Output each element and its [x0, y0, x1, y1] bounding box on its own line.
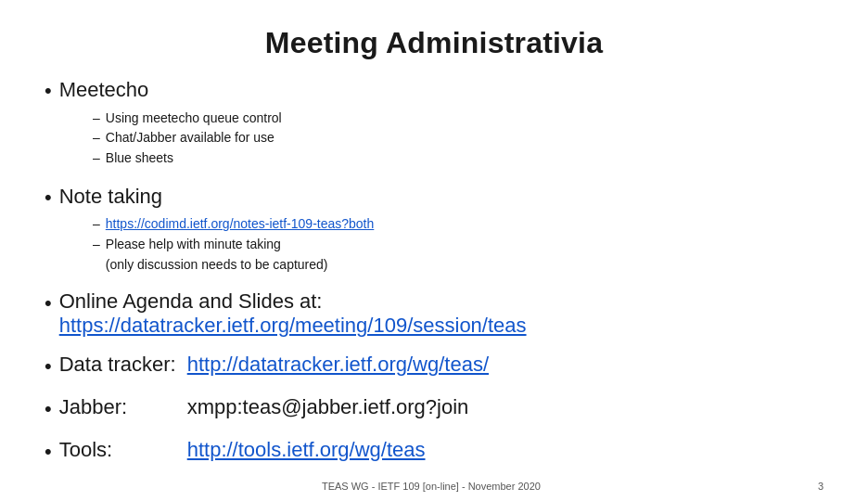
online-agenda-label: Online Agenda and Slides at: https://dat… — [59, 289, 527, 338]
bullet-dot-data-tracker: • — [45, 353, 52, 380]
sub-text-meetecho-3: Blue sheets — [106, 148, 173, 169]
bullet-online-agenda: • Online Agenda and Slides at: https://d… — [45, 289, 823, 341]
codimd-link[interactable]: https://codimd.ietf.org/notes-ietf-109-t… — [106, 214, 375, 235]
bullet-item-meetecho: • Meetecho — [45, 77, 823, 105]
bullet-item-data-tracker: • Data tracker: http://datatracker.ietf.… — [45, 353, 823, 380]
sub-dash-3: – — [93, 148, 100, 169]
jabber-label: Jabber: — [59, 395, 180, 419]
sub-text-meetecho-2: Chat/Jabber available for use — [106, 128, 274, 148]
tools-label: Tools: — [59, 438, 180, 462]
sub-item-meetecho-3: – Blue sheets — [93, 148, 823, 169]
jabber-value: xmpp:teas@jabber.ietf.org?join — [187, 395, 469, 419]
meetecho-sub-items: – Using meetecho queue control – Chat/Ja… — [93, 109, 823, 169]
sub-item-note-2: – Please help with minute taking(only di… — [93, 235, 823, 275]
sub-dash-2: – — [93, 128, 100, 148]
content-area: • Meetecho – Using meetecho queue contro… — [45, 77, 823, 474]
bullet-dot-online-agenda: • — [45, 290, 52, 317]
bullet-dot-meetecho: • — [45, 78, 52, 105]
bullet-item-tools: • Tools: http://tools.ietf.org/wg/teas — [45, 438, 823, 466]
footer-center: TEAS WG - IETF 109 [on-line] - November … — [45, 481, 818, 492]
bullet-item-note-taking: • Note taking — [45, 184, 823, 212]
sub-item-meetecho-2: – Chat/Jabber available for use — [93, 128, 823, 148]
bullet-note-taking: • Note taking – https://codimd.ietf.org/… — [45, 184, 823, 279]
sub-item-note-1: – https://codimd.ietf.org/notes-ietf-109… — [93, 214, 823, 235]
meetecho-label: Meetecho — [59, 77, 149, 104]
sub-dash-note-2: – — [93, 235, 100, 275]
bullet-item-jabber: • Jabber: xmpp:teas@jabber.ietf.org?join — [45, 395, 823, 423]
online-agenda-link[interactable]: https://datatracker.ietf.org/meeting/109… — [59, 314, 527, 337]
sub-dash-1: – — [93, 109, 100, 129]
sub-text-note-2: Please help with minute taking(only disc… — [106, 235, 328, 275]
bullet-dot-jabber: • — [45, 396, 52, 423]
slide-container: Meeting Administrativia • Meetecho – Usi… — [0, 0, 868, 501]
sub-dash-note-1: – — [93, 214, 100, 235]
tools-link[interactable]: http://tools.ietf.org/wg/teas — [187, 438, 426, 462]
slide-footer: TEAS WG - IETF 109 [on-line] - November … — [0, 481, 868, 492]
data-tracker-link[interactable]: http://datatracker.ietf.org/wg/teas/ — [187, 353, 489, 377]
sub-item-meetecho-1: – Using meetecho queue control — [93, 109, 823, 129]
bullet-data-tracker: • Data tracker: http://datatracker.ietf.… — [45, 353, 823, 384]
sub-text-meetecho-1: Using meetecho queue control — [106, 109, 282, 129]
note-taking-label: Note taking — [59, 184, 162, 211]
bullet-item-online-agenda: • Online Agenda and Slides at: https://d… — [45, 289, 823, 338]
note-taking-sub-items: – https://codimd.ietf.org/notes-ietf-109… — [93, 214, 823, 275]
footer-page-number: 3 — [818, 481, 823, 492]
bullet-tools: • Tools: http://tools.ietf.org/wg/teas — [45, 438, 823, 469]
data-tracker-label: Data tracker: — [59, 353, 180, 377]
slide-title: Meeting Administrativia — [45, 26, 823, 60]
bullet-jabber: • Jabber: xmpp:teas@jabber.ietf.org?join — [45, 395, 823, 427]
bullet-dot-tools: • — [45, 439, 52, 466]
bullet-meetecho: • Meetecho – Using meetecho queue contro… — [45, 77, 823, 173]
bullet-dot-note-taking: • — [45, 185, 52, 212]
